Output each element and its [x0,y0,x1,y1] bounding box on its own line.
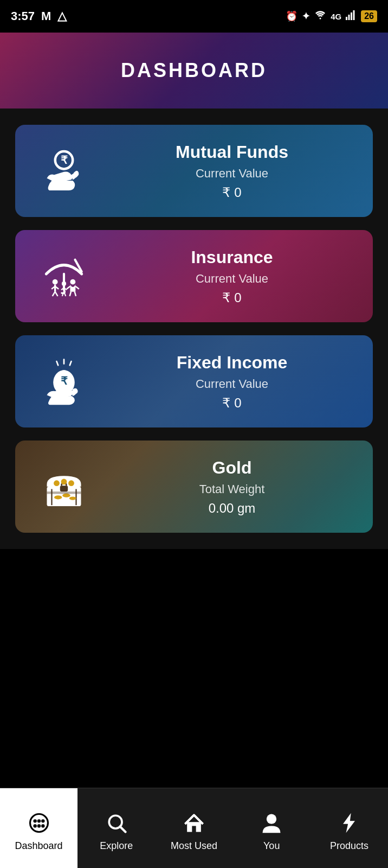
insurance-label: Current Value [196,272,268,286]
mutual-funds-value: ₹ 0 [222,185,241,200]
svg-rect-4 [353,10,355,20]
gmail-icon: M [41,9,51,23]
status-bar: 3:57 M △ ⏰ ✦ 4G 26 [0,0,388,33]
gold-value: 0.00 gm [209,501,256,516]
nav-dashboard[interactable]: Dashboard [0,788,77,868]
insurance-card[interactable]: Insurance Current Value ₹ 0 [15,230,373,322]
svg-line-50 [120,826,125,832]
svg-line-11 [53,292,55,296]
gold-card[interactable]: Gold Total Weight 0.00 gm [15,441,373,533]
svg-point-0 [320,17,321,19]
signal-icon [346,10,357,23]
insurance-info: Insurance Current Value ₹ 0 [107,247,357,305]
bottom-nav: Dashboard Explore Most Used [0,788,388,868]
fixed-income-label: Current Value [196,377,268,391]
insurance-icon [31,246,96,306]
alarm-icon: ⏰ [286,10,298,22]
svg-point-48 [37,819,40,822]
svg-point-51 [267,814,276,824]
svg-rect-32 [60,486,68,492]
svg-line-14 [67,286,70,289]
svg-point-45 [37,824,40,827]
svg-point-35 [68,480,74,486]
wifi-icon [314,10,326,23]
nav-explore-label: Explore [100,840,133,852]
svg-point-42 [30,814,48,832]
gold-label: Total Weight [199,482,265,496]
status-left: 3:57 M △ [11,9,67,23]
page-title: DASHBOARD [121,59,267,82]
svg-rect-2 [348,15,350,20]
svg-line-16 [70,292,71,296]
fixed-income-value: ₹ 0 [222,395,241,411]
svg-point-18 [62,282,66,286]
svg-point-13 [70,279,75,285]
svg-line-12 [55,292,58,296]
fixed-income-icon: ₹ [31,352,96,411]
svg-text:₹: ₹ [61,154,68,166]
svg-point-38 [54,495,62,499]
svg-point-33 [54,480,60,486]
svg-point-7 [53,279,58,285]
nav-you[interactable]: You [233,788,311,868]
nav-you-label: You [263,840,280,852]
most-used-icon [181,810,207,836]
nav-products-label: Products [330,840,368,852]
svg-point-43 [33,819,36,822]
products-icon [336,810,362,836]
gold-title: Gold [212,458,252,478]
status-right: ⏰ ✦ 4G 26 [286,10,377,23]
svg-rect-1 [346,17,347,20]
gold-icon [31,457,96,516]
mutual-funds-icon: ₹ [31,141,96,201]
dashboard-icon [26,810,52,836]
nav-explore[interactable]: Explore [77,788,155,868]
mutual-funds-info: Mutual Funds Current Value ₹ 0 [107,142,357,200]
svg-line-15 [75,286,79,289]
svg-line-27 [70,361,72,365]
nav-dashboard-label: Dashboard [15,840,63,852]
gold-info: Gold Total Weight 0.00 gm [107,458,357,516]
fixed-income-title: Fixed Income [177,353,288,373]
svg-rect-41 [47,492,81,494]
svg-text:₹: ₹ [61,375,68,387]
bluetooth-icon: ✦ [302,10,310,22]
mutual-funds-card[interactable]: ₹ Mutual Funds Current Value ₹ 0 [15,125,373,217]
drive-icon: △ [57,9,67,23]
svg-point-39 [62,494,70,497]
svg-point-34 [61,479,67,485]
battery-indicator: 26 [361,10,377,22]
status-time: 3:57 [11,9,35,23]
insurance-title: Insurance [191,247,273,267]
svg-point-47 [41,824,44,827]
svg-point-46 [33,824,36,827]
svg-point-40 [69,496,76,500]
svg-rect-3 [351,12,352,20]
mutual-funds-label: Current Value [196,167,268,181]
header: DASHBOARD [0,33,388,108]
svg-line-17 [75,292,76,296]
you-icon [258,810,284,836]
insurance-value: ₹ 0 [222,290,241,305]
svg-rect-29 [61,370,67,375]
mutual-funds-title: Mutual Funds [176,142,288,162]
main-content: ₹ Mutual Funds Current Value ₹ 0 [0,108,388,549]
network-icon: 4G [331,12,341,21]
nav-most-used-label: Most Used [171,840,217,852]
nav-products[interactable]: Products [311,788,388,868]
explore-icon [104,810,130,836]
fixed-income-info: Fixed Income Current Value ₹ 0 [107,353,357,411]
svg-line-26 [57,361,59,365]
fixed-income-card[interactable]: ₹ Fixed Income Current Value ₹ 0 [15,335,373,427]
svg-point-44 [41,819,44,822]
nav-most-used[interactable]: Most Used [155,788,232,868]
